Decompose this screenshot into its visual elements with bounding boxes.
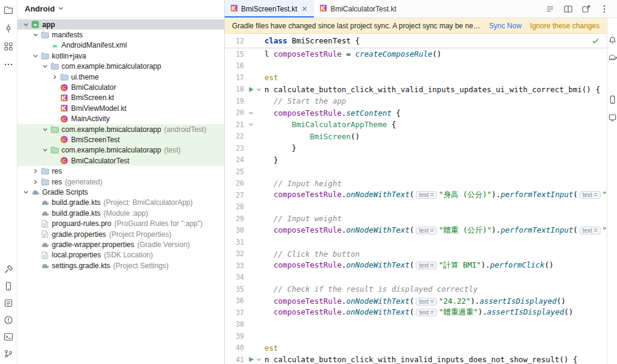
chevron-right-icon[interactable]	[31, 179, 40, 185]
tree-item-bmicalculator[interactable]: CBmiCalculator	[17, 82, 224, 92]
tree-item-bmiviewmodel-kt[interactable]: BmiViewModel.kt	[17, 103, 224, 113]
tree-item-build-gradle-kts[interactable]: build.gradle.kts(Module :app)	[17, 208, 224, 218]
tree-item-com-example-bmicalculatorapp[interactable]: com.example.bmicalculatorapp(test)	[17, 145, 224, 155]
tree-item-mainactivity[interactable]: CMainActivity	[17, 114, 224, 124]
tree-item-label: AndroidManifest.xml	[61, 41, 127, 49]
more-horizontal-icon[interactable]	[3, 59, 14, 70]
build-icon[interactable]	[3, 264, 14, 275]
fold-region-button[interactable]	[248, 110, 254, 116]
split-editor-icon[interactable]	[563, 4, 574, 14]
line-number: 29	[225, 215, 244, 223]
chevron-down-icon[interactable]	[40, 63, 49, 69]
chevron-down-icon[interactable]	[21, 189, 30, 195]
editor-line: 33 composeTestRule.onNodeWithText(text =…	[225, 260, 607, 272]
more-vertical-icon[interactable]	[599, 4, 610, 14]
run-test-button[interactable]	[248, 86, 254, 93]
project-icon[interactable]	[3, 5, 14, 16]
tree-item-com-example-bmicalculatorapp[interactable]: com.example.bmicalculatorapp	[17, 61, 224, 72]
chevron-down-icon[interactable]	[31, 32, 40, 38]
code-line[interactable]: }	[265, 143, 296, 152]
chevron-down-icon[interactable]	[21, 22, 30, 28]
code-line[interactable]: // Click the button	[265, 249, 360, 259]
code-line[interactable]: n calculate_button_click_with_invalid_in…	[265, 355, 577, 364]
tree-item-proguard-rules-pro[interactable]: proguard-rules.pro(ProGuard Rules for ":…	[17, 218, 224, 228]
tree-item-gradle-properties[interactable]: gradle.properties(Project Properties)	[17, 229, 224, 239]
fold-region-button[interactable]	[248, 122, 254, 127]
tree-item-bmiscreentest[interactable]: CBmiScreenTest	[17, 134, 224, 145]
ignore-changes-link[interactable]: Ignore these changes	[530, 22, 600, 30]
project-view-selector[interactable]: Android	[17, 0, 224, 18]
code-line[interactable]: est	[265, 344, 278, 353]
device-manager-icon[interactable]	[608, 113, 617, 122]
code-line[interactable]: class BmiScreenTest {	[265, 36, 360, 45]
tree-item-settings-gradle-kts[interactable]: settings.gradle.kts(Project Settings)	[17, 260, 224, 271]
parameter-hint: text =	[416, 262, 437, 269]
code-line[interactable]: // Input height	[265, 179, 342, 188]
version-control-icon[interactable]	[3, 348, 14, 359]
tree-item-res[interactable]: res(generated)	[17, 177, 224, 187]
tree-item-local-properties[interactable]: local.properties(SDK Location)	[17, 250, 224, 260]
code-editor[interactable]: 12class BmiScreenTest { 15l composeTestR…	[225, 34, 607, 364]
running-devices-icon[interactable]	[608, 95, 617, 104]
parameter-hint: text =	[416, 309, 437, 316]
editor-line: 26 // Input height	[225, 178, 607, 190]
code-line[interactable]: est	[265, 73, 278, 82]
tree-item-label: settings.gradle.kts	[52, 262, 110, 270]
code-line[interactable]: composeTestRule.onNodeWithText(text ="24…	[265, 297, 566, 306]
terminal-icon[interactable]	[3, 331, 14, 342]
commit-icon[interactable]	[3, 23, 14, 34]
logcat-icon[interactable]	[3, 298, 14, 309]
fold-region-button[interactable]	[256, 357, 262, 362]
open-files-icon[interactable]	[545, 4, 556, 14]
gradle-elephant-icon[interactable]	[608, 52, 617, 61]
chevron-down-icon[interactable]	[40, 127, 49, 133]
tree-item-com-example-bmicalculatorapp[interactable]: com.example.bmicalculatorapp(androidTest…	[17, 124, 224, 134]
tree-item-gradle-wrapper-properties[interactable]: gradle-wrapper.properties(Gradle Version…	[17, 239, 224, 249]
gradle-icon	[40, 210, 50, 217]
tree-item-ui-theme[interactable]: ui.theme	[17, 72, 224, 82]
code-line[interactable]: // Start the app	[265, 96, 346, 105]
editor-line: 22 BmiScreen()	[225, 131, 607, 143]
notifications-icon[interactable]	[608, 35, 617, 44]
structure-icon[interactable]	[3, 41, 14, 52]
tab-bmicalculatortest[interactable]: BmiCalculatorTest.kt	[314, 0, 402, 17]
run-test-button[interactable]	[248, 356, 254, 363]
tree-item-app[interactable]: app	[17, 19, 224, 30]
code-line[interactable]: n calculate_button_click_with_valid_inpu…	[265, 85, 600, 94]
tree-item-gradle-scripts[interactable]: Gradle Scripts	[17, 187, 224, 197]
code-line[interactable]: // Check if the result is displayed corr…	[265, 284, 478, 293]
tree-item-bmiscreen-kt[interactable]: BmiScreen.kt	[17, 93, 224, 103]
chevron-right-icon[interactable]	[31, 168, 40, 174]
problems-icon[interactable]	[3, 315, 14, 325]
tree-item-manifests[interactable]: manifests	[17, 30, 224, 40]
code-line[interactable]: composeTestRule.onNodeWithText(text ="體重…	[265, 307, 573, 318]
close-icon[interactable]	[301, 6, 308, 11]
code-line[interactable]: composeTestRule.onNodeWithText(text ="身高…	[265, 190, 607, 200]
tree-item-bmicalculatortest[interactable]: CBmiCalculatorTest	[17, 155, 224, 166]
code-line[interactable]: composeTestRule.onNodeWithText(text ="計算…	[265, 260, 554, 271]
sync-now-link[interactable]: Sync Now	[489, 22, 522, 30]
parameter-hint: text =	[580, 191, 601, 199]
code-line[interactable]: BmiScreen()	[265, 132, 360, 141]
device-explorer-icon[interactable]	[3, 281, 14, 292]
line-number: 28	[225, 202, 244, 211]
detach-editor-icon[interactable]	[581, 4, 592, 14]
code-line[interactable]: // Input weight	[265, 214, 342, 223]
code-line[interactable]: l composeTestRule = createComposeRule()	[265, 49, 442, 58]
tree-item-androidmanifest-xml[interactable]: AndroidManifest.xml	[17, 40, 224, 51]
line-number: 32	[225, 249, 244, 258]
tab-bmiscreentest[interactable]: BmiScreenTest.kt	[225, 0, 314, 17]
chevron-right-icon[interactable]	[50, 74, 59, 80]
tree-item-build-gradle-kts[interactable]: build.gradle.kts(Project: BmiCalculatorA…	[17, 198, 224, 208]
code-line[interactable]: composeTestRule.onNodeWithText(text ="體重…	[265, 225, 607, 236]
code-line[interactable]: BmiCalculatorAppTheme {	[265, 120, 396, 129]
code-line[interactable]: composeTestRule.setContent {	[265, 108, 401, 118]
chevron-down-icon[interactable]	[40, 147, 49, 153]
inspections-ok-icon[interactable]	[592, 37, 600, 45]
fold-region-button[interactable]	[256, 87, 262, 92]
code-line[interactable]: }	[265, 155, 278, 165]
tree-item-res[interactable]: res	[17, 166, 224, 176]
editor-line: 17est	[225, 72, 607, 84]
tree-item-kotlin-java[interactable]: kotlin+java	[17, 51, 224, 61]
chevron-down-icon[interactable]	[31, 53, 40, 59]
